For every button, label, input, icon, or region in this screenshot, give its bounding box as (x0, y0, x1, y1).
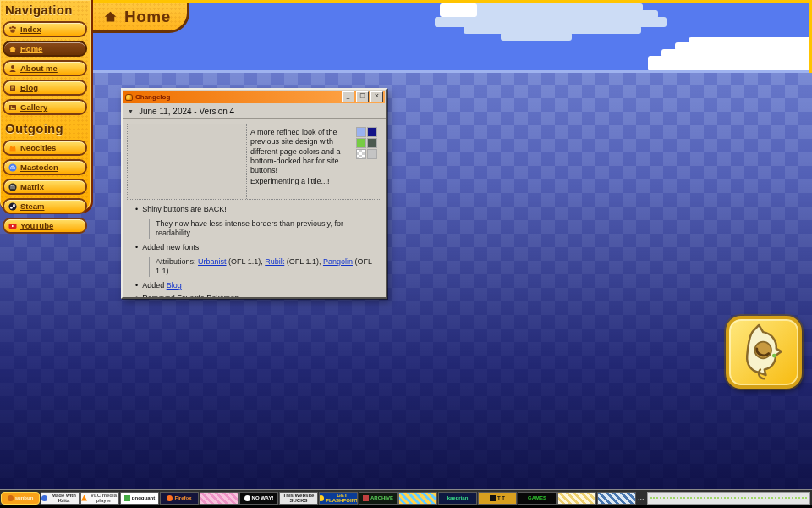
feature-paragraph: Experimenting a little...! (250, 177, 354, 186)
changelog-link[interactable]: Blog (167, 281, 182, 290)
color-swatch (367, 127, 377, 137)
this-website-sucks-badge[interactable]: This Website SUCKS (279, 492, 318, 505)
sidebar-item-blog[interactable]: Blog (3, 80, 87, 96)
feature-text: A more refined look of the previous site… (247, 124, 356, 199)
mastodon-icon (8, 163, 17, 172)
changelog-window: Changelog _□× ▼ June 11, 2024 - Version … (121, 88, 387, 299)
badge-icon (81, 495, 87, 501)
cloud-center-highlight (440, 3, 477, 17)
home-icon (103, 9, 118, 24)
kaeprian-badge[interactable]: kaeprian (438, 492, 477, 505)
right-frame-border (809, 0, 812, 73)
sidebar-heading-outgoing: Outgoing (0, 119, 91, 137)
sidebar-item-label: YouTube (20, 221, 53, 230)
minimize-button[interactable]: _ (342, 91, 354, 102)
badge-label: pngquant (132, 495, 155, 500)
entry-image-placeholder (128, 124, 247, 199)
bunny-badge[interactable] (557, 492, 596, 505)
changelog-entry-header[interactable]: ▼ June 11, 2024 - Version 4 (123, 104, 386, 119)
badge-icon (41, 495, 47, 501)
bottom-dock: sunbunMade with KritaVLC media playerpng… (0, 489, 812, 508)
sidebar-item-steam[interactable]: Steam (3, 198, 87, 214)
badge-label: T T (497, 495, 505, 500)
badge-label: NO WAY! (252, 495, 274, 500)
pixel-cows-badge[interactable] (597, 492, 636, 505)
sidebar-outgoing-list: NeocitiesMastodonMatrixSteamYouTube (0, 140, 91, 234)
badge-label: Made with Krita (49, 493, 79, 504)
sidebar-item-label: Home (20, 44, 42, 53)
sidebar-item-label: Mastodon (20, 163, 58, 172)
color-swatch (367, 138, 377, 148)
palette-swatches (356, 124, 381, 199)
sidebar-item-label: About me (20, 64, 58, 73)
sidebar-item-label: Index (20, 25, 41, 34)
sidebar-item-index[interactable]: Index (3, 21, 87, 37)
maximize-button[interactable]: □ (356, 91, 369, 102)
pixel-pets-badge[interactable] (200, 492, 239, 505)
home-icon (8, 45, 17, 53)
sidebar-item-label: Matrix (20, 182, 44, 191)
close-button[interactable]: × (370, 91, 383, 102)
badge-icon (124, 495, 130, 501)
badge-row: sunbunMade with KritaVLC media playerpng… (0, 492, 636, 505)
changelog-text: Shiny buttons are BACK! (142, 205, 227, 213)
vlc-media-player-badge[interactable]: VLC media player (80, 492, 119, 505)
color-swatch (356, 149, 366, 159)
changelog-bullets: •Shiny buttons are BACK!They now have le… (127, 205, 381, 299)
mascot-logo[interactable] (726, 316, 802, 389)
no-way-badge[interactable]: NO WAY! (239, 492, 278, 505)
badge-icon (244, 495, 250, 501)
changelog-note: They now have less intense borders than … (149, 219, 381, 239)
page: Navigation IndexHomeAbout meBlogGallery … (0, 0, 812, 508)
pngquant-badge[interactable]: pngquant (120, 492, 159, 505)
window-title: Changelog (135, 93, 339, 101)
changelog-link[interactable]: Pangolin (323, 257, 353, 266)
window-titlebar[interactable]: Changelog _□× (123, 91, 385, 103)
changelog-bullet: •Shiny buttons are BACK! (135, 205, 381, 215)
sidebar-item-label: Blog (20, 83, 38, 92)
entry-title: June 11, 2024 - Version 4 (139, 107, 234, 116)
sidebar-heading-navigation: Navigation (0, 0, 91, 19)
color-swatch (356, 138, 366, 148)
firefox-badge[interactable]: Firefox (160, 492, 199, 505)
feature-panel: A more refined look of the previous site… (127, 124, 381, 200)
badge-label: Firefox (174, 495, 191, 500)
changelog-text: Attributions: (156, 257, 198, 266)
badge-icon (490, 495, 496, 501)
sidebar-item-matrix[interactable]: Matrix (3, 179, 87, 195)
steam-icon (8, 202, 17, 211)
badge-label: GET FLASHPOINT (326, 493, 358, 504)
youtube-icon (8, 222, 17, 230)
changelog-bullet: •Removed Favorite Pokémon (135, 294, 381, 299)
badge-label: kaeprian (447, 495, 469, 500)
made-with-krita-badge[interactable]: Made with Krita (41, 492, 80, 505)
book-icon (8, 84, 17, 92)
paw-icon (8, 25, 17, 34)
get-flashpoint-badge[interactable]: GET FLASHPOINT (319, 492, 358, 505)
changelog-link[interactable]: Rubik (265, 257, 284, 266)
cloud-center (501, 32, 572, 41)
badge-label: sunbun (15, 495, 34, 500)
color-swatch (367, 149, 377, 159)
changelog-link[interactable]: Urbanist (198, 257, 227, 266)
cat-paw-badge[interactable]: T T (478, 492, 517, 505)
tab-home-label: Home (124, 8, 171, 26)
rainbow-character-badge[interactable] (398, 492, 437, 505)
games-badge[interactable]: GAMES (518, 492, 557, 505)
badge-label: GAMES (528, 495, 546, 500)
changelog-content: A more refined look of the previous site… (123, 119, 386, 299)
sidebar-item-gallery[interactable]: Gallery (3, 99, 87, 115)
collapse-icon: ▼ (128, 108, 134, 114)
badge-label: ARCHIVE (370, 495, 393, 500)
archive-badge[interactable]: ARCHIVE (359, 492, 398, 505)
sidebar-item-youtube[interactable]: YouTube (3, 218, 87, 234)
changelog-text: They now have less intense borders than … (156, 219, 343, 238)
changelog-window-icon (125, 94, 133, 101)
sidebar-item-home[interactable]: Home (3, 41, 87, 57)
tab-home[interactable]: Home (93, 3, 189, 33)
feature-paragraph: A more refined look of the previous site… (250, 128, 354, 175)
sidebar-item-about-me[interactable]: About me (3, 60, 87, 76)
sunbun-badge[interactable]: sunbun (1, 492, 40, 505)
sidebar-item-mastodon[interactable]: Mastodon (3, 159, 87, 175)
sidebar-item-neocities[interactable]: Neocities (3, 140, 87, 156)
